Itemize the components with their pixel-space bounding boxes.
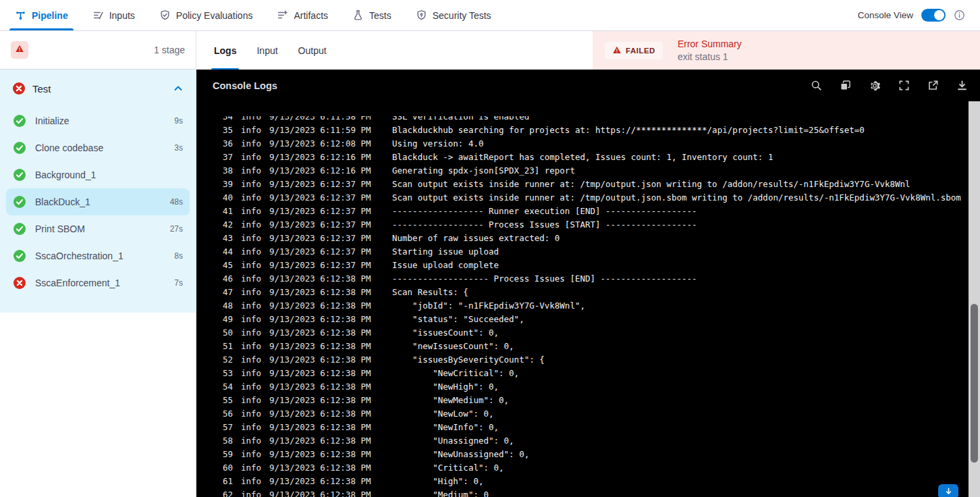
- log-viewport[interactable]: 34 info 9/13/2023 6:11:58 PM SSL verific…: [196, 116, 969, 497]
- step-label: Clone codebase: [35, 142, 103, 153]
- log-level: info: [241, 206, 261, 216]
- log-row: 36 info 9/13/2023 6:12:08 PM Using versi…: [196, 136, 969, 150]
- log-level: info: [241, 422, 261, 432]
- log-timestamp: 9/13/2023 6:12:38 PM: [269, 490, 384, 497]
- scrollbar-thumb[interactable]: [971, 304, 978, 463]
- log-message: "NewHigh": 0,: [392, 382, 499, 392]
- log-line-number: 51: [215, 341, 233, 351]
- tab-pipeline[interactable]: Pipeline: [15, 0, 68, 30]
- tab-tests[interactable]: Tests: [352, 0, 391, 30]
- toggle-knob: [934, 10, 944, 20]
- log-line-number: 35: [215, 125, 233, 135]
- console-view-toggle[interactable]: [921, 9, 946, 22]
- tab-security-tests[interactable]: Security Tests: [416, 0, 491, 30]
- log-row: 39 info 9/13/2023 6:12:37 PM Scan output…: [196, 177, 969, 190]
- log-message: ------------------- Process Issues [END]…: [392, 273, 697, 284]
- step-sscaenforcement-1[interactable]: SscaEnforcement_1 7s: [6, 269, 190, 296]
- arrow-down-icon: [944, 486, 953, 497]
- error-summary-title: Error Summary: [678, 38, 742, 51]
- log-level: info: [241, 355, 261, 365]
- scroll-to-bottom-button[interactable]: [938, 484, 958, 497]
- tab-policy-evaluations[interactable]: Policy Evaluations: [159, 0, 253, 30]
- scrollbar-track[interactable]: [969, 101, 980, 497]
- fullscreen-icon[interactable]: [898, 80, 910, 91]
- tab-inputs[interactable]: Inputs: [92, 0, 135, 30]
- log-level: info: [241, 314, 261, 324]
- log-line-number: 44: [215, 246, 233, 257]
- log-line-number: 56: [215, 409, 233, 419]
- log-tabs: Logs Input Output: [196, 31, 327, 70]
- log-message: "issuesCount": 0,: [392, 328, 499, 338]
- tab-artifacts[interactable]: Artifacts: [277, 0, 328, 30]
- log-level: info: [241, 273, 261, 284]
- log-message: ------------------ Process Issues [START…: [392, 219, 697, 230]
- step-initialize[interactable]: Initialize 9s: [6, 107, 190, 134]
- info-icon[interactable]: [954, 9, 965, 21]
- step-print-sbom[interactable]: Print SBOM 27s: [6, 215, 190, 242]
- pipeline-error-chip[interactable]: [11, 41, 28, 59]
- log-row: 48 info 9/13/2023 6:12:38 PM "jobId": "-…: [196, 298, 969, 312]
- log-row: 51 info 9/13/2023 6:12:38 PM "newIssuesC…: [196, 339, 969, 352]
- log-row: 53 info 9/13/2023 6:12:38 PM "NewCritica…: [196, 366, 969, 380]
- log-level: info: [241, 476, 261, 486]
- log-message: "newIssuesCount": 0,: [392, 341, 514, 351]
- download-icon[interactable]: [956, 80, 968, 91]
- step-label: Background_1: [35, 169, 96, 180]
- log-line-number: 43: [215, 233, 233, 243]
- log-level: info: [241, 138, 261, 149]
- log-level: info: [241, 233, 261, 243]
- log-row: 57 info 9/13/2023 6:12:38 PM "NewInfo": …: [196, 420, 969, 434]
- stage-header-test[interactable]: Test: [0, 70, 196, 107]
- copy-icon[interactable]: [840, 80, 851, 91]
- log-row: 38 info 9/13/2023 6:12:16 PM Generating …: [196, 163, 969, 177]
- log-line-number: 47: [215, 287, 233, 297]
- open-in-new-icon[interactable]: [927, 80, 939, 91]
- log-line-number: 50: [215, 328, 233, 338]
- tab-label: Artifacts: [294, 10, 328, 21]
- step-clone-codebase[interactable]: Clone codebase 3s: [6, 134, 190, 161]
- log-level: info: [241, 368, 261, 378]
- settings-icon[interactable]: [869, 80, 881, 92]
- console-title: Console Logs: [213, 80, 277, 91]
- artifacts-icon: [277, 9, 288, 21]
- log-row: 54 info 9/13/2023 6:12:38 PM "NewHigh": …: [196, 380, 969, 393]
- log-message: "Unassigned": 0,: [392, 436, 514, 446]
- check-circle-icon: [13, 195, 26, 209]
- log-line-number: 48: [215, 300, 233, 311]
- tab-label: Logs: [214, 45, 236, 56]
- chevron-up-icon[interactable]: [173, 83, 184, 94]
- console-view-label: Console View: [858, 10, 913, 20]
- step-background-1[interactable]: Background_1: [6, 161, 190, 188]
- log-row: 41 info 9/13/2023 6:12:37 PM -----------…: [196, 204, 969, 217]
- log-message: ------------------ Runner execution [END…: [392, 206, 697, 216]
- step-label: Initialize: [35, 115, 70, 126]
- policy-evaluations-icon: [159, 9, 171, 21]
- sidebar-summary-bar: 1 stage: [0, 31, 196, 70]
- tab-logs[interactable]: Logs: [214, 31, 236, 70]
- check-circle-icon: [13, 249, 26, 263]
- log-level: info: [241, 116, 261, 122]
- log-row: 40 info 9/13/2023 6:12:37 PM Scan output…: [196, 190, 969, 204]
- execution-sidebar: 1 stage Test Initialize 9s Clone codebas…: [0, 31, 196, 497]
- log-timestamp: 9/13/2023 6:12:37 PM: [269, 179, 384, 189]
- log-timestamp: 9/13/2023 6:12:37 PM: [269, 219, 384, 230]
- step-label: SscaEnforcement_1: [35, 278, 120, 288]
- log-message: "Medium": 0: [392, 490, 489, 497]
- log-timestamp: 9/13/2023 6:12:16 PM: [269, 152, 384, 162]
- log-line-number: 34: [215, 116, 233, 122]
- step-blackduck-1[interactable]: BlackDuck_1 48s: [6, 188, 190, 215]
- log-line-number: 41: [215, 206, 233, 216]
- x-circle-icon: [13, 276, 26, 290]
- console-logs-panel: Console Logs 34 info 9/13/2023 6:11:58 P…: [196, 70, 980, 497]
- topbar-right: Console View: [858, 9, 965, 22]
- search-icon[interactable]: [811, 80, 822, 91]
- failed-badge-label: FAILED: [626, 47, 655, 55]
- warning-triangle-icon: [612, 45, 622, 56]
- log-message: "jobId": "-n1FkEpdiw3Y7G-Vvk8Wnl",: [392, 300, 585, 311]
- tab-input[interactable]: Input: [256, 31, 277, 70]
- step-sscaorchestration-1[interactable]: SscaOrchestration_1 8s: [6, 242, 190, 269]
- log-row: 50 info 9/13/2023 6:12:38 PM "issuesCoun…: [196, 325, 969, 339]
- step-label: SscaOrchestration_1: [35, 251, 124, 261]
- log-line-number: 52: [215, 355, 233, 365]
- tab-output[interactable]: Output: [298, 31, 327, 70]
